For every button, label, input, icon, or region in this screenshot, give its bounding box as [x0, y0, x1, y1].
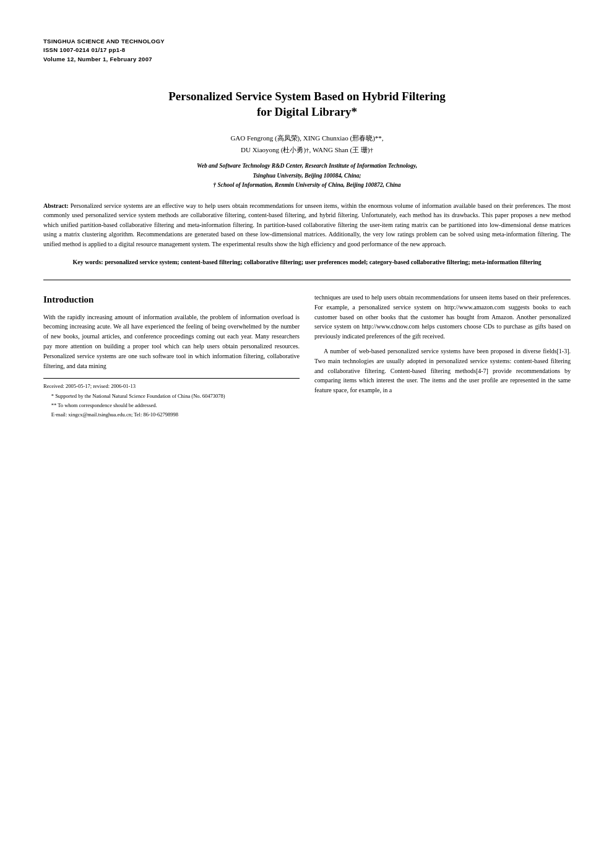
journal-header: TSINGHUA SCIENCE AND TECHNOLOGY ISSN 100… [43, 37, 571, 64]
intro-right-p1: techniques are used to help users obtain… [314, 293, 571, 342]
footnote-correspondence: ** To whom correspondence should be addr… [43, 402, 300, 410]
keywords-text: personalized service system; content-bas… [103, 259, 542, 265]
keywords-section: Key words: personalized service system; … [43, 257, 571, 267]
right-column: techniques are used to help users obtain… [314, 293, 571, 420]
intro-left-p1: With the rapidly increasing amount of in… [43, 312, 300, 371]
page: TSINGHUA SCIENCE AND TECHNOLOGY ISSN 100… [0, 0, 614, 868]
introduction-title: Introduction [43, 293, 300, 307]
authors-line2: DU Xiaoyong (杜小勇)†, WANG Shan (王 珊)† [43, 144, 571, 156]
paper-title: Personalized Service System Based on Hyb… [97, 88, 517, 120]
authors-line1: GAO Fengrong (高凤荣), XING Chunxiao (邢春晓)*… [43, 132, 571, 144]
two-column-layout: Introduction With the rapidly increasing… [43, 293, 571, 420]
affiliation-line1: Web and Software Technology R&D Center, … [43, 161, 571, 171]
journal-issn: ISSN 1007-0214 01/17 pp1-8 [43, 46, 571, 54]
intro-right-p2: A number of web-based personalized servi… [314, 346, 571, 395]
affiliation-block: Web and Software Technology R&D Center, … [43, 161, 571, 190]
journal-name: TSINGHUA SCIENCE AND TECHNOLOGY [43, 37, 571, 46]
section-divider [43, 280, 571, 280]
abstract-section: Abstract: Personalized service systems a… [43, 201, 571, 249]
footnote-supported: * Supported by the National Natural Scie… [43, 392, 300, 400]
affiliation-line3: † School of Information, Renmin Universi… [43, 181, 571, 190]
abstract-text: Personalized service systems are an effe… [43, 202, 571, 247]
authors-block: GAO Fengrong (高凤荣), XING Chunxiao (邢春晓)*… [43, 132, 571, 155]
abstract-label: Abstract: [43, 202, 69, 209]
footnote-received: Received: 2005-05-17; revised: 2006-01-1… [43, 382, 300, 390]
paper-title-block: Personalized Service System Based on Hyb… [97, 88, 517, 120]
footnotes-block: Received: 2005-05-17; revised: 2006-01-1… [43, 378, 300, 419]
keywords-label: Key words: [72, 259, 103, 265]
journal-volume: Volume 12, Number 1, February 2007 [43, 55, 571, 64]
affiliation-line2: Tsinghua University, Beijing 100084, Chi… [43, 171, 571, 181]
left-column: Introduction With the rapidly increasing… [43, 293, 300, 420]
footnote-email: E-mail: xingcx@mail.tsinghua.edu.cn; Tel… [43, 411, 300, 419]
